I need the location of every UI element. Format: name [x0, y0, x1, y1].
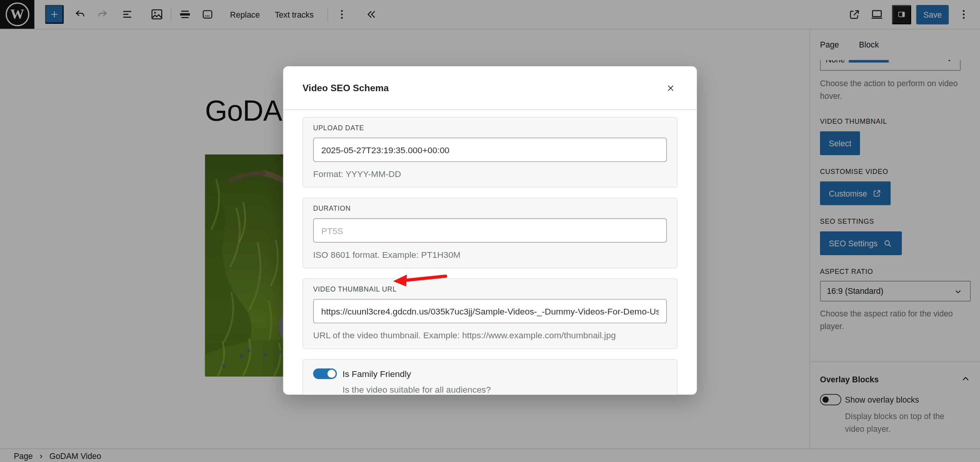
modal-body: UPLOAD DATE Format: YYYY-MM-DD DURATION …	[283, 110, 697, 395]
thumbnail-url-help: URL of the video thumbnail. Example: htt…	[313, 330, 667, 340]
family-friendly-label: Is Family Friendly	[343, 369, 411, 378]
duration-input[interactable]	[313, 218, 667, 243]
modal-title: Video SEO Schema	[302, 83, 389, 93]
duration-help: ISO 8601 format. Example: PT1H30M	[313, 249, 667, 259]
upload-date-help: Format: YYYY-MM-DD	[313, 169, 667, 179]
modal-close-button[interactable]	[662, 79, 679, 97]
thumbnail-url-card: VIDEO THUMBNAIL URL URL of the video thu…	[302, 279, 678, 349]
upload-date-input[interactable]	[313, 138, 667, 162]
wordpress-editor: W	[0, 0, 980, 462]
duration-label: DURATION	[313, 205, 667, 212]
close-icon	[666, 82, 676, 94]
duration-card: DURATION ISO 8601 format. Example: PT1H3…	[302, 198, 678, 268]
upload-date-label: UPLOAD DATE	[313, 124, 667, 131]
thumbnail-url-input[interactable]	[313, 299, 667, 323]
family-friendly-card: Is Family Friendly Is the video suitable…	[302, 359, 678, 395]
thumbnail-url-label: VIDEO THUMBNAIL URL	[313, 285, 667, 293]
family-friendly-toggle[interactable]	[313, 369, 337, 379]
family-friendly-description: Is the video suitable for all audiences?	[343, 385, 667, 395]
upload-date-card: UPLOAD DATE Format: YYYY-MM-DD	[302, 117, 678, 187]
modal-header: Video SEO Schema	[283, 66, 697, 110]
video-seo-schema-modal: Video SEO Schema UPLOAD DATE Format: YYY…	[283, 66, 697, 395]
